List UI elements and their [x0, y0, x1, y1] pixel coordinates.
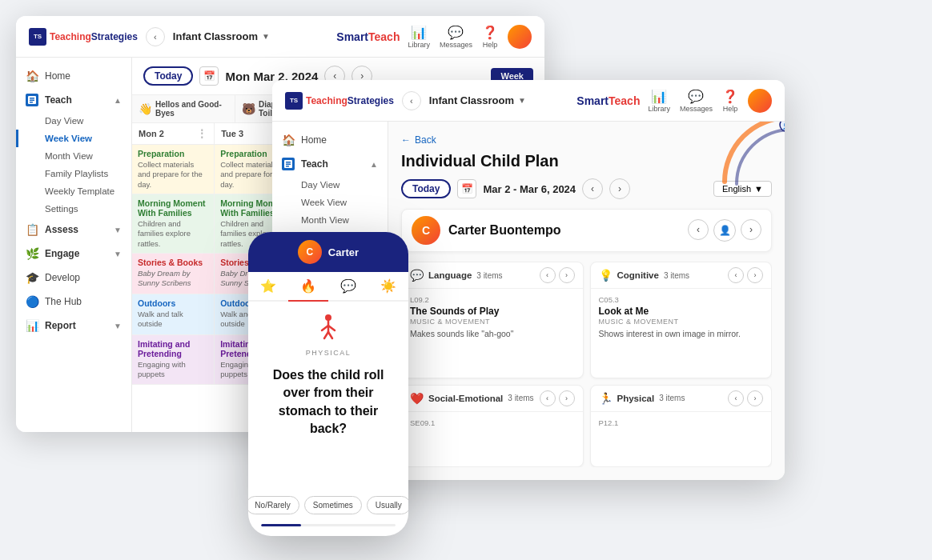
icp-calendar-icon[interactable]: 📅 — [457, 179, 476, 198]
social-code: SE09.1 — [410, 418, 575, 427]
cognitive-prev-arrow[interactable]: ‹ — [728, 267, 744, 283]
language-name: Language — [428, 270, 472, 280]
answer-usually[interactable]: Usually — [367, 496, 408, 514]
sidebar-section-teach[interactable]: Teach ▲ — [16, 88, 131, 112]
assess-expand-icon: ▼ — [114, 226, 122, 234]
day-menu-mon[interactable]: ⋮ — [196, 127, 207, 140]
icp-prev-arrow[interactable]: ‹ — [582, 178, 603, 199]
icp-classroom-selector[interactable]: Infant Classroom ▼ — [429, 94, 526, 106]
icp-sidebar-home[interactable]: 🏠 Home — [272, 128, 388, 152]
language-code: L09.2 — [410, 295, 575, 304]
icp-classroom-name: Infant Classroom — [429, 94, 514, 106]
sidebar-item-weekly-template[interactable]: Weekly Template — [16, 182, 131, 200]
icp-library-btn[interactable]: 📊 Library — [648, 89, 670, 113]
domain-card-physical: 🏃 Physical 3 items ‹ › P12.1 — [590, 385, 773, 467]
messages-icon-btn[interactable]: 💬 Messages — [440, 25, 472, 49]
ts-logo-text: TeachingStrategies — [50, 31, 138, 42]
chevron-down-icon: ▼ — [262, 32, 270, 41]
prep-mon[interactable]: Preparation Collect materials and prepar… — [132, 145, 215, 194]
sidebar-item-week-view[interactable]: Week View — [16, 130, 131, 147]
language-prev-arrow[interactable]: ‹ — [540, 267, 556, 283]
back-link[interactable]: ← Back — [401, 134, 772, 146]
ts-logo-box: TS — [29, 28, 46, 46]
svg-rect-7 — [286, 166, 289, 167]
svg-rect-5 — [286, 162, 291, 163]
child-name: Carter Buontempo — [448, 223, 560, 238]
day-mon: Mon 2 ⋮ — [132, 123, 215, 144]
messages-icon: 💬 — [448, 25, 464, 40]
cognitive-next-arrow[interactable]: › — [747, 267, 763, 283]
icp-user-avatar[interactable] — [748, 89, 772, 113]
sidebar-section-engage[interactable]: 🌿 Engage ▼ — [16, 242, 131, 266]
icp-week-view[interactable]: Week View — [272, 194, 388, 211]
domains-grid: 💬 Language 3 items ‹ › L09.2 The Sounds … — [401, 262, 772, 467]
phone-tab-star[interactable]: ⭐ — [248, 272, 288, 302]
phone-tab-chat[interactable]: 💬 — [328, 272, 368, 302]
child-row: C Carter Buontempo ‹ 👤 › — [401, 209, 772, 252]
icp-help-icon: ❓ — [722, 89, 738, 104]
cognitive-header: 💡 Cognitive 3 items ‹ › — [591, 262, 772, 289]
child-profile-icon[interactable]: 👤 — [713, 219, 736, 242]
social-prev-arrow[interactable]: ‹ — [540, 390, 556, 406]
morning-mon[interactable]: Morning Moment With Families Children an… — [132, 194, 215, 253]
icp-teach-expand: ▲ — [370, 160, 378, 169]
answer-sometimes[interactable]: Sometimes — [304, 496, 362, 514]
sidebar-item-month-view[interactable]: Month View — [16, 147, 131, 165]
social-item: SE09.1 — [402, 412, 583, 435]
phone-body: Physical Does the child roll over from t… — [248, 302, 408, 536]
help-icon-btn[interactable]: ❓ Help — [482, 25, 498, 49]
stories-mon[interactable]: Stories & Books Baby Dream by Sunny Scri… — [132, 254, 215, 294]
icp-messages-btn[interactable]: 💬 Messages — [680, 89, 713, 113]
phone-tab-fire[interactable]: 🔥 — [288, 272, 328, 302]
sidebar-item-develop[interactable]: 🎓 Develop — [16, 266, 131, 290]
nav-back-arrow[interactable]: ‹ — [146, 27, 165, 46]
icp-day-view[interactable]: Day View — [272, 176, 388, 194]
imitating-mon[interactable]: Imitating and Pretending Engaging with p… — [132, 335, 215, 384]
icp-header-icons: 📊 Library 💬 Messages ❓ Help — [648, 89, 772, 113]
today-button[interactable]: Today — [143, 66, 193, 86]
phone-tab-sun[interactable]: ☀️ — [368, 272, 408, 302]
icp-month-view[interactable]: Month View — [272, 211, 388, 229]
physical-next-arrow[interactable]: › — [747, 390, 763, 406]
hub-icon: 🔵 — [26, 295, 38, 308]
sidebar-item-settings[interactable]: Settings — [16, 200, 131, 218]
icp-sidebar-teach[interactable]: Teach ▲ — [272, 152, 388, 176]
sidebar-item-the-hub[interactable]: 🔵 The Hub — [16, 290, 131, 314]
classroom-name: Infant Classroom — [173, 30, 258, 42]
icp-help-btn[interactable]: ❓ Help — [722, 89, 738, 113]
icp-ts-logo-box: TS — [285, 92, 303, 110]
phone-physical-icon — [314, 311, 343, 346]
sidebar-item-home[interactable]: 🏠 Home — [16, 64, 131, 88]
outdoors-mon[interactable]: Outdoors Walk and talk outside — [132, 294, 215, 334]
sidebar-item-family-playlists[interactable]: Family Playlists — [16, 165, 131, 182]
social-next-arrow[interactable]: › — [559, 390, 575, 406]
domain-card-cognitive: 💡 Cognitive 3 items ‹ › C05.3 Look at Me… — [590, 262, 773, 378]
icp-date-range: Mar 2 - Mar 6, 2024 — [483, 183, 576, 195]
child-prev-arrow[interactable]: ‹ — [688, 219, 709, 240]
phone-tabs: ⭐ 🔥 💬 ☀️ — [248, 272, 408, 302]
answer-no-rarely[interactable]: No/Rarely — [248, 496, 299, 514]
icp-date-row: Today 📅 Mar 2 - Mar 6, 2024 ‹ › English … — [401, 178, 772, 199]
sidebar-section-report[interactable]: 📊 Report ▼ — [16, 314, 131, 338]
calendar-icon-button[interactable]: 📅 — [199, 66, 219, 86]
library-icon: 📊 — [411, 25, 427, 40]
icp-next-arrow[interactable]: › — [609, 178, 630, 199]
child-next-arrow[interactable]: › — [741, 219, 761, 240]
icp-nav-back[interactable]: ‹ — [402, 91, 421, 110]
report-icon: 📊 — [26, 319, 38, 332]
phone-progress-bar — [261, 524, 396, 526]
classroom-selector[interactable]: Infant Classroom ▼ — [173, 30, 270, 42]
language-next-arrow[interactable]: › — [559, 267, 575, 283]
physical-prev-arrow[interactable]: ‹ — [728, 390, 744, 406]
user-avatar[interactable] — [508, 25, 532, 49]
icp-messages-icon: 💬 — [688, 89, 704, 104]
ts-logo: TS TeachingStrategies — [29, 28, 138, 46]
physical-name: Physical — [617, 394, 655, 403]
library-icon-btn[interactable]: 📊 Library — [408, 25, 430, 49]
language-button[interactable]: English ▼ — [713, 181, 772, 197]
teach-expand-icon: ▲ — [114, 96, 122, 105]
icp-today-button[interactable]: Today — [401, 179, 451, 198]
sidebar-section-assess[interactable]: 📋 Assess ▼ — [16, 218, 131, 242]
social-arrows: ‹ › — [540, 390, 575, 406]
sidebar-item-day-view[interactable]: Day View — [16, 112, 131, 130]
